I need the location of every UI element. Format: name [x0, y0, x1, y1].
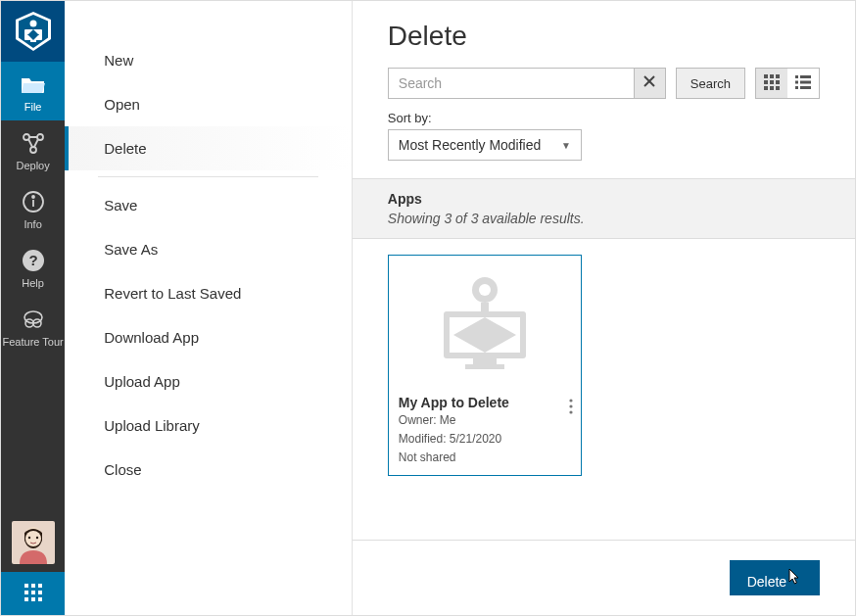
results-grid: My App to Delete Owner: Me Modified: 5/2… — [353, 239, 855, 540]
apps-grid-icon — [24, 584, 42, 604]
app-modified: Modified: 5/21/2020 — [399, 431, 571, 448]
svg-point-58 — [569, 404, 572, 407]
nav-label: Deploy — [16, 160, 49, 171]
svg-rect-6 — [30, 40, 36, 42]
menu-item-upload-app[interactable]: Upload App — [65, 359, 352, 403]
menu-item-delete[interactable]: Delete — [65, 126, 352, 170]
svg-rect-23 — [24, 584, 28, 588]
svg-rect-27 — [31, 591, 35, 594]
search-input[interactable] — [389, 69, 634, 98]
menu-item-upload-library[interactable]: Upload Library — [65, 403, 352, 448]
app-launcher-button[interactable] — [1, 572, 65, 615]
svg-rect-26 — [24, 591, 28, 594]
svg-rect-46 — [800, 80, 811, 83]
app-thumbnail — [389, 256, 581, 389]
svg-rect-41 — [770, 86, 774, 90]
menu-item-save-as[interactable]: Save As — [65, 227, 352, 271]
app-logo-icon[interactable] — [1, 1, 65, 62]
help-icon: ? — [22, 248, 45, 273]
svg-rect-34 — [764, 74, 768, 78]
nav-item-help[interactable]: ? Help — [1, 238, 65, 297]
svg-point-21 — [27, 537, 29, 539]
svg-rect-35 — [770, 74, 774, 78]
search-button[interactable]: Search — [676, 68, 745, 99]
view-toggle — [755, 68, 820, 99]
svg-text:?: ? — [28, 252, 37, 268]
svg-rect-28 — [38, 591, 42, 594]
clear-search-button[interactable] — [634, 69, 665, 98]
svg-rect-24 — [31, 584, 35, 588]
sort-dropdown[interactable]: Most Recently Modified ▼ — [388, 129, 582, 161]
sort-value: Most Recently Modified — [399, 137, 542, 153]
cursor-icon — [786, 574, 802, 590]
svg-point-59 — [569, 410, 572, 413]
user-avatar[interactable] — [12, 521, 55, 564]
svg-rect-47 — [795, 86, 798, 89]
svg-rect-40 — [764, 86, 768, 90]
nav-item-info[interactable]: Info — [1, 179, 65, 238]
svg-point-57 — [569, 399, 572, 402]
nav-item-deploy[interactable]: Deploy — [1, 120, 65, 179]
app-card-body: My App to Delete Owner: Me Modified: 5/2… — [389, 389, 581, 475]
app-title: My App to Delete — [399, 395, 571, 410]
menu-item-close[interactable]: Close — [65, 448, 352, 492]
svg-rect-30 — [31, 597, 35, 601]
search-box — [388, 68, 666, 99]
svg-point-9 — [30, 147, 36, 153]
delete-button-label: Delete — [747, 574, 786, 590]
svg-rect-25 — [38, 584, 42, 588]
app-shared: Not shared — [399, 450, 571, 466]
svg-point-20 — [25, 531, 41, 546]
list-view-button[interactable] — [787, 69, 819, 98]
menu-divider — [98, 176, 318, 177]
svg-rect-48 — [800, 86, 811, 89]
svg-rect-38 — [770, 80, 774, 84]
menu-item-new[interactable]: New — [65, 38, 352, 82]
grid-view-icon — [764, 74, 780, 93]
svg-rect-56 — [465, 364, 504, 369]
nav-item-file[interactable]: File — [1, 62, 65, 120]
search-row: Search — [388, 68, 820, 99]
menu-item-open[interactable]: Open — [65, 82, 352, 126]
section-subtitle: Showing 3 of 3 available results. — [388, 211, 820, 226]
section-header: Apps Showing 3 of 3 available results. — [353, 178, 855, 239]
section-title: Apps — [388, 191, 820, 207]
more-vertical-icon — [569, 403, 573, 417]
page-title: Delete — [388, 21, 820, 52]
svg-rect-55 — [473, 358, 497, 364]
svg-rect-31 — [38, 597, 42, 601]
panel-header: Delete Search — [353, 1, 855, 178]
svg-rect-42 — [776, 86, 780, 90]
nav-label: File — [24, 101, 42, 113]
nav-label: Help — [22, 277, 44, 289]
menu-item-save[interactable]: Save — [65, 183, 352, 227]
svg-point-12 — [32, 196, 34, 198]
delete-panel: Delete Search — [353, 1, 855, 615]
svg-rect-44 — [800, 75, 811, 78]
svg-point-50 — [479, 284, 491, 296]
card-more-button[interactable] — [565, 395, 577, 421]
file-submenu: New Open Delete Save Save As Revert to L… — [65, 1, 353, 615]
feature-tour-icon — [21, 307, 46, 332]
close-icon — [642, 74, 656, 92]
deploy-icon — [21, 130, 46, 156]
svg-rect-43 — [795, 75, 798, 78]
nav-item-feature-tour[interactable]: Feature Tour — [1, 297, 65, 356]
app-card[interactable]: My App to Delete Owner: Me Modified: 5/2… — [388, 255, 582, 476]
panel-footer: Delete — [353, 540, 855, 615]
svg-rect-29 — [24, 597, 28, 601]
menu-item-revert[interactable]: Revert to Last Saved — [65, 271, 352, 315]
menu-item-download-app[interactable]: Download App — [65, 315, 352, 359]
sort-label: Sort by: — [388, 111, 820, 125]
delete-button[interactable]: Delete — [730, 560, 820, 595]
nav-label: Feature Tour — [3, 336, 64, 349]
grid-view-button[interactable] — [756, 69, 787, 98]
svg-point-22 — [35, 537, 37, 539]
folder-open-icon — [21, 71, 46, 97]
svg-rect-36 — [776, 74, 780, 78]
chevron-down-icon: ▼ — [561, 140, 571, 151]
svg-rect-45 — [795, 80, 798, 83]
svg-rect-37 — [764, 80, 768, 84]
svg-rect-39 — [776, 80, 780, 84]
icon-sidebar: File Deploy Info ? Help Feature Tour — [1, 1, 65, 615]
